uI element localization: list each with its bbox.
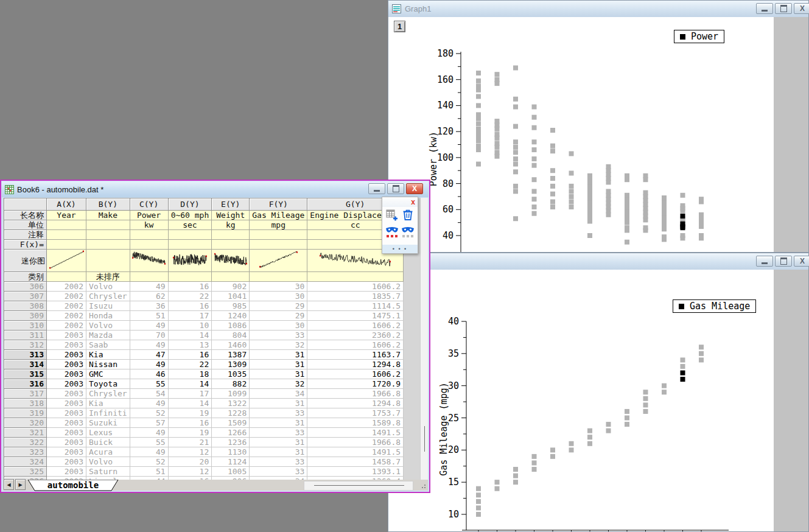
data-cell[interactable]: Isuzu	[86, 301, 130, 311]
comments-cell[interactable]	[250, 230, 307, 240]
corner-cell[interactable]	[4, 198, 47, 211]
book6-minimize-button[interactable]	[368, 183, 385, 194]
column-header-F[interactable]: F(Y)	[250, 198, 307, 211]
data-cell[interactable]: 2003	[47, 418, 86, 428]
fx-cell[interactable]	[47, 240, 86, 250]
row-number[interactable]: 316	[4, 379, 47, 389]
long-name-cell[interactable]: Power	[130, 211, 168, 220]
sheet-tab-scroll-right-button[interactable]: ▶	[15, 479, 26, 490]
data-cell[interactable]: 2003	[47, 447, 86, 457]
data-cell[interactable]: 36	[130, 301, 168, 311]
graph2-minimize-button[interactable]	[756, 256, 773, 267]
data-cell[interactable]: 16	[168, 350, 212, 360]
fx-cell[interactable]	[250, 240, 307, 250]
data-cell[interactable]: 1606.2	[307, 369, 404, 379]
data-cell[interactable]: 30	[250, 292, 307, 301]
data-cell[interactable]: 17	[168, 311, 212, 321]
data-cell[interactable]: Volvo	[86, 321, 130, 331]
vertical-scrollbar-thumb[interactable]	[424, 426, 425, 452]
data-cell[interactable]: 2003	[47, 331, 86, 340]
long-name-cell[interactable]: Gas Mileage	[250, 211, 307, 220]
data-cell[interactable]: 55	[130, 438, 168, 447]
data-cell[interactable]: 1589.8	[307, 418, 404, 428]
long-name-cell[interactable]: Year	[47, 211, 86, 220]
category-cell[interactable]	[168, 272, 212, 282]
data-cell[interactable]: 2002	[47, 292, 86, 301]
graph1-restore-button[interactable]	[775, 3, 792, 14]
row-number[interactable]: 308	[4, 301, 47, 311]
category-cell[interactable]	[250, 272, 307, 282]
mask-selected-icon[interactable]	[385, 225, 399, 239]
data-cell[interactable]: 13	[168, 340, 212, 350]
data-cell[interactable]: 46	[130, 369, 168, 379]
column-header-D[interactable]: D(Y)	[168, 198, 212, 211]
data-cell[interactable]: 1309	[212, 360, 250, 369]
data-cell[interactable]: 2003	[47, 467, 86, 477]
data-cell[interactable]: 29	[250, 301, 307, 311]
resize-grip[interactable]	[415, 481, 427, 489]
mini-toolbar-more[interactable]: • • •	[382, 245, 418, 253]
graph1-close-button[interactable]: X	[794, 3, 809, 14]
data-cell[interactable]: 33	[250, 408, 307, 418]
sheet-tab-automobile[interactable]: automobile	[27, 480, 119, 491]
graph1-legend[interactable]: Power	[674, 30, 724, 43]
vertical-scrollbar[interactable]	[420, 198, 428, 480]
mini-toolbar-close-icon[interactable]: x	[411, 198, 415, 206]
data-cell[interactable]: 2003	[47, 408, 86, 418]
row-number[interactable]: 318	[4, 399, 47, 408]
category-cell[interactable]	[307, 272, 404, 282]
data-cell[interactable]: 1606.2	[307, 321, 404, 331]
data-cell[interactable]: 31	[250, 350, 307, 360]
data-cell[interactable]: 1294.8	[307, 399, 404, 408]
graph2-close-button[interactable]: X	[794, 256, 809, 267]
data-cell[interactable]: 31	[250, 447, 307, 457]
data-cell[interactable]: 1266	[212, 428, 250, 438]
data-cell[interactable]: 31	[250, 438, 307, 447]
data-cell[interactable]: 1236	[212, 438, 250, 447]
data-cell[interactable]: 47	[130, 350, 168, 360]
row-number[interactable]: 324	[4, 457, 47, 467]
data-cell[interactable]: 1458.7	[307, 457, 404, 467]
data-cell[interactable]: 16	[168, 282, 212, 292]
data-cell[interactable]: 57	[130, 418, 168, 428]
sheet-tab-scroll-left-button[interactable]: ◀	[4, 479, 14, 490]
row-number[interactable]: 306	[4, 282, 47, 292]
units-cell[interactable]: kg	[212, 220, 250, 230]
data-cell[interactable]: Honda	[86, 311, 130, 321]
row-number[interactable]: 325	[4, 467, 47, 477]
data-cell[interactable]: 49	[130, 447, 168, 457]
units-cell[interactable]: mpg	[250, 220, 307, 230]
comments-cell[interactable]	[47, 230, 86, 240]
data-cell[interactable]: 1606.2	[307, 282, 404, 292]
data-cell[interactable]: 51	[130, 467, 168, 477]
column-header-A[interactable]: A(X)	[47, 198, 86, 211]
comments-cell[interactable]	[168, 230, 212, 240]
data-cell[interactable]: 1005	[212, 467, 250, 477]
row-number[interactable]: 309	[4, 311, 47, 321]
data-cell[interactable]: Volvo	[86, 457, 130, 467]
row-number[interactable]: 313	[4, 350, 47, 360]
data-cell[interactable]: 2003	[47, 399, 86, 408]
data-cell[interactable]: 2002	[47, 301, 86, 311]
long-name-cell[interactable]: Make	[86, 211, 130, 220]
column-header-C[interactable]: C(Y)	[130, 198, 168, 211]
data-cell[interactable]: Nissan	[86, 360, 130, 369]
data-cell[interactable]: 54	[130, 389, 168, 399]
data-cell[interactable]: 30	[250, 282, 307, 292]
data-cell[interactable]: 2003	[47, 457, 86, 467]
data-cell[interactable]: 1393.1	[307, 467, 404, 477]
category-cell[interactable]	[130, 272, 168, 282]
data-cell[interactable]: Acura	[86, 447, 130, 457]
data-cell[interactable]: 49	[130, 282, 168, 292]
column-header-B[interactable]: B(Y)	[86, 198, 130, 211]
row-number[interactable]: 323	[4, 447, 47, 457]
data-cell[interactable]: 20	[168, 457, 212, 467]
graph1-minimize-button[interactable]	[756, 3, 773, 14]
data-cell[interactable]: 1387	[212, 350, 250, 360]
data-cell[interactable]: 1041	[212, 292, 250, 301]
data-cell[interactable]: 49	[130, 340, 168, 350]
add-worksheet-icon[interactable]	[385, 208, 399, 222]
data-cell[interactable]: 32	[250, 379, 307, 389]
data-cell[interactable]: 14	[168, 331, 212, 340]
data-cell[interactable]: 1130	[212, 447, 250, 457]
